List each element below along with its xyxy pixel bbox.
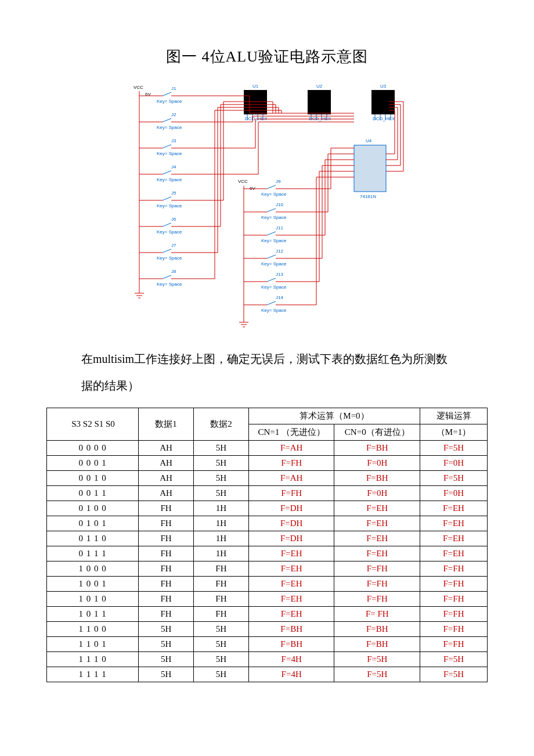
hdr-logic-group: 逻辑运算 [420, 408, 488, 424]
switch-key-label: Key= Space [157, 99, 182, 104]
cell-s: 0 1 0 1 [47, 516, 139, 531]
cell-arith-cn0: F=5H [334, 667, 420, 682]
cell-arith-cn1: F=EH [248, 592, 334, 607]
cell-logic: F=5H [420, 441, 488, 456]
switch-key-label: Key= Space [157, 203, 182, 208]
table-row: 0 1 1 0FH1HF=DHF=EHF=EH [47, 531, 488, 546]
cell-arith-cn1: F=DH [248, 501, 334, 516]
cell-arith-cn0: F=EH [334, 516, 420, 531]
cell-s: 1 1 0 0 [47, 622, 139, 637]
cell-d2: 5H [194, 471, 249, 486]
cell-d2: FH [194, 577, 249, 592]
cell-logic: F=FH [420, 637, 488, 652]
svg-line-33 [267, 185, 276, 189]
cell-s: 1 1 0 1 [47, 637, 139, 652]
cell-arith-cn1: F=FH [248, 486, 334, 501]
cell-arith-cn1: F=4H [248, 652, 334, 667]
cell-arith-cn0: F=0H [334, 456, 420, 471]
vcc-label: VCC [134, 85, 143, 90]
table-row: 0 0 1 0AH5HF=AHF=BHF=5H [47, 471, 488, 486]
table-row: 0 1 0 0FH1HF=DHF=EHF=EH [47, 501, 488, 516]
cell-d1: 5H [139, 637, 194, 652]
cell-arith-cn0: F=FH [334, 577, 420, 592]
cell-d2: 5H [194, 486, 249, 501]
hdr-data2: 数据2 [194, 408, 249, 441]
cell-s: 0 0 0 1 [47, 456, 139, 471]
cell-d1: 5H [139, 622, 194, 637]
table-row: 1 0 0 1FHFHF=EHF=FHF=FH [47, 577, 488, 592]
switch-key-label: Key= Space [261, 285, 287, 290]
body-text: 在multisim工作连接好上图，确定无误后，测试下表的数据红色为所测数据的结果… [81, 345, 453, 399]
cell-arith-cn1: F=BH [248, 622, 334, 637]
switch-label: J9 [276, 179, 281, 184]
cell-logic: F=0H [420, 486, 488, 501]
hdr-arith-group: 算术运算（M=0） [248, 408, 420, 424]
cell-s: 0 0 0 0 [47, 441, 139, 456]
cell-s: 0 1 0 0 [47, 501, 139, 516]
cell-s: 0 1 1 0 [47, 531, 139, 546]
cell-arith-cn1: F=DH [248, 516, 334, 531]
switch-label: J4 [171, 164, 176, 170]
cell-s: 1 0 0 1 [47, 577, 139, 592]
table-row: 0 0 1 1AH5HF=FHF=0HF=0H [47, 486, 488, 501]
cell-d2: 5H [194, 667, 249, 682]
cell-d1: FH [139, 561, 194, 577]
cell-s: 1 1 1 0 [47, 652, 139, 667]
svg-line-26 [163, 275, 171, 279]
table-row: 1 1 0 15H5HF=BHF=BHF=FH [47, 637, 488, 652]
cell-d2: FH [194, 607, 249, 622]
svg-line-23 [163, 249, 171, 253]
cell-d1: 5H [139, 652, 194, 667]
switch-key-label: Key= Space [157, 255, 182, 261]
cell-logic: F=5H [420, 652, 488, 667]
cell-arith-cn0: F=EH [334, 531, 420, 546]
cell-d1: FH [139, 607, 194, 622]
cell-arith-cn0: F=EH [334, 546, 420, 561]
cell-d2: FH [194, 592, 249, 607]
switch-label: J7 [171, 243, 176, 248]
svg-line-5 [163, 92, 171, 96]
hex-display [308, 90, 331, 114]
switch-label: J2 [171, 112, 176, 117]
cell-logic: F=5H [420, 667, 488, 682]
cell-s: 0 0 1 1 [47, 486, 139, 501]
table-row: 1 0 0 0FHFHF=EHF=FHF=FH [47, 561, 488, 577]
hex-display [244, 90, 267, 114]
cell-d1: AH [139, 471, 194, 486]
cell-d2: 5H [194, 441, 249, 456]
svg-line-17 [163, 197, 171, 200]
cell-arith-cn1: F=AH [248, 441, 334, 456]
display-ref: U3 [380, 84, 387, 89]
svg-line-42 [267, 255, 276, 258]
cell-arith-cn0: F=BH [334, 471, 420, 486]
svg-line-39 [267, 232, 276, 235]
switch-key-label: Key= Space [157, 282, 182, 287]
switch-key-label: Key= Space [157, 125, 182, 130]
cell-s: 1 0 0 0 [47, 561, 139, 577]
svg-line-45 [267, 278, 276, 282]
cell-arith-cn1: F=EH [248, 546, 334, 561]
cell-d2: 5H [194, 637, 249, 652]
table-row: 0 0 0 0AH5HF=AHF=BHF=5H [47, 441, 488, 456]
cell-d2: 1H [194, 546, 249, 561]
cell-arith-cn1: F=EH [248, 561, 334, 577]
cell-d2: 5H [194, 652, 249, 667]
cell-d1: FH [139, 531, 194, 546]
svg-line-8 [163, 118, 171, 122]
circuit-schematic: .wire-r { stroke:#c00; stroke-width:1; f… [122, 78, 412, 328]
alu-part: 74181N [360, 194, 376, 199]
cell-logic: F=FH [420, 592, 488, 607]
cell-arith-cn1: F=4H [248, 667, 334, 682]
cell-arith-cn0: F=EH [334, 501, 420, 516]
hdr-data1: 数据1 [139, 408, 194, 441]
switch-key-label: Key= Space [261, 261, 287, 267]
cell-d1: FH [139, 501, 194, 516]
cell-d2: 1H [194, 516, 249, 531]
cell-d2: FH [194, 561, 249, 577]
hex-display [371, 90, 395, 114]
cell-s: 1 0 1 1 [47, 607, 139, 622]
switch-label: J6 [171, 217, 176, 222]
switch-key-label: Key= Space [261, 192, 287, 197]
cell-arith-cn1: F=BH [248, 637, 334, 652]
hdr-logic-m1: （M=1） [420, 424, 488, 441]
